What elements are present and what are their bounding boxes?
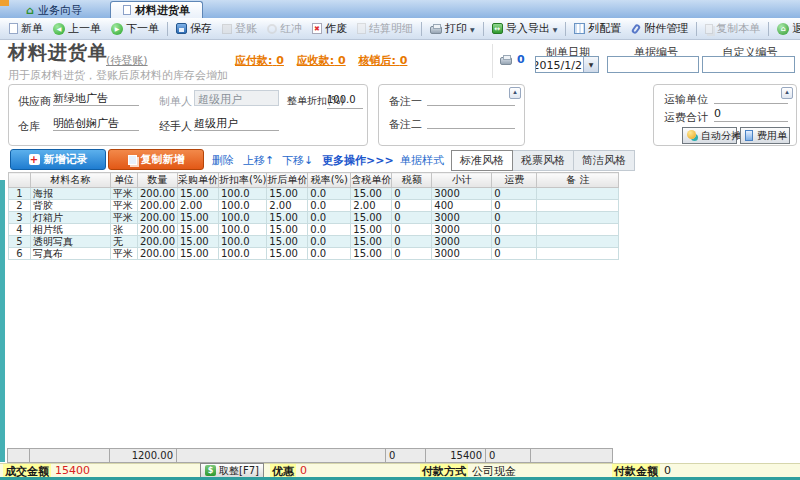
table-cell[interactable]: 200.00 (138, 200, 178, 212)
table-cell[interactable]: 15.00 (351, 236, 392, 248)
row-number-cell[interactable]: 2 (9, 200, 31, 212)
table-cell[interactable]: 15.00 (267, 212, 308, 224)
toolbar-button-void[interactable]: 作废 (308, 20, 351, 37)
table-cell[interactable]: 15.00 (351, 212, 392, 224)
table-cell[interactable]: 0.0 (308, 236, 351, 248)
table-cell[interactable] (537, 188, 619, 200)
table-cell[interactable]: 0.0 (308, 188, 351, 200)
table-cell[interactable]: 相片纸 (31, 224, 111, 236)
table-cell[interactable]: 背胶 (31, 200, 111, 212)
table-cell[interactable]: 0 (492, 236, 537, 248)
table-cell[interactable]: 15.00 (351, 248, 392, 260)
table-cell[interactable]: 100.0 (219, 212, 267, 224)
toolbar-button-import-export[interactable]: 导入导出 (488, 20, 562, 37)
table-cell[interactable]: 2.00 (267, 200, 308, 212)
table-cell[interactable]: 15.00 (178, 188, 219, 200)
remark1-field[interactable] (427, 91, 515, 106)
table-cell[interactable]: 透明写真 (31, 236, 111, 248)
discount-field[interactable]: 100.0 (327, 91, 363, 109)
warehouse-field[interactable]: 明皓创娴广告 (53, 116, 139, 131)
doc-number-input[interactable] (607, 56, 699, 73)
table-cell[interactable]: 200.00 (138, 188, 178, 200)
move-up-link[interactable]: 上移↑ (243, 153, 274, 168)
toolbar-button-next[interactable]: 下一单 (107, 20, 163, 37)
add-record-button[interactable]: 新增记录 (10, 149, 106, 170)
table-cell[interactable]: 灯箱片 (31, 212, 111, 224)
table-cell[interactable]: 0 (392, 188, 432, 200)
table-cell[interactable]: 3000 (432, 236, 492, 248)
supplier-field[interactable]: 新绿地广告 (53, 91, 139, 106)
table-cell[interactable] (537, 212, 619, 224)
table-cell[interactable]: 3000 (432, 212, 492, 224)
toolbar-button-exit[interactable]: 退出 (773, 20, 800, 37)
table-cell[interactable]: 15.00 (267, 224, 308, 236)
table-cell[interactable]: 0 (392, 248, 432, 260)
table-cell[interactable]: 0 (392, 212, 432, 224)
window-tab-1[interactable]: 材料进货单 (110, 1, 203, 18)
receivable-balance[interactable]: 应收款: 0 (297, 54, 346, 67)
toolbar-button-print[interactable]: 打印 (426, 20, 479, 37)
table-cell[interactable]: 100.0 (219, 224, 267, 236)
style-tab-0[interactable]: 标准风格 (451, 150, 513, 171)
toolbar-button-new-doc[interactable]: 新单 (5, 20, 47, 37)
style-tab-2[interactable]: 简洁风格 (573, 150, 635, 171)
table-cell[interactable]: 平米 (111, 248, 138, 260)
table-cell[interactable]: 100.0 (219, 236, 267, 248)
table-cell[interactable]: 400 (432, 200, 492, 212)
row-number-cell[interactable]: 3 (9, 212, 31, 224)
expense-button[interactable]: 费用单 (740, 127, 790, 144)
collapse-freight-icon[interactable] (781, 87, 793, 99)
auto-allocate-button[interactable]: 自动分摊 (682, 127, 737, 144)
custom-number-input[interactable] (702, 56, 795, 73)
table-cell[interactable]: 200.00 (138, 224, 178, 236)
table-cell[interactable]: 15.00 (178, 212, 219, 224)
row-number-cell[interactable]: 5 (9, 236, 31, 248)
table-cell[interactable] (537, 224, 619, 236)
table-cell[interactable]: 0 (492, 188, 537, 200)
payable-balance[interactable]: 应付款: 0 (235, 54, 284, 67)
table-cell[interactable]: 100.0 (219, 248, 267, 260)
more-operations-link[interactable]: 更多操作>>> (322, 153, 394, 168)
toolbar-button-paperclip[interactable]: 附件管理 (627, 20, 692, 37)
table-cell[interactable]: 3000 (432, 248, 492, 260)
table-cell[interactable]: 200.00 (138, 248, 178, 260)
table-cell[interactable]: 3000 (432, 188, 492, 200)
table-cell[interactable]: 海报 (31, 188, 111, 200)
table-cell[interactable]: 15.00 (178, 248, 219, 260)
handler-field[interactable]: 超级用户 (194, 116, 279, 131)
table-cell[interactable]: 0 (492, 212, 537, 224)
table-cell[interactable]: 3000 (432, 224, 492, 236)
move-down-link[interactable]: 下移↓ (282, 153, 313, 168)
table-cell[interactable]: 2.00 (351, 200, 392, 212)
table-cell[interactable]: 0.0 (308, 224, 351, 236)
window-tab-0[interactable]: 业务向导 (14, 3, 94, 18)
table-cell[interactable]: 0.0 (308, 200, 351, 212)
table-cell[interactable]: 15.00 (178, 224, 219, 236)
table-cell[interactable]: 15.00 (351, 188, 392, 200)
toolbar-button-columns[interactable]: 列配置 (570, 20, 625, 37)
freight-total-field[interactable]: 0 (714, 107, 788, 122)
table-cell[interactable]: 2.00 (178, 200, 219, 212)
row-number-cell[interactable]: 4 (9, 224, 31, 236)
table-cell[interactable]: 平米 (111, 200, 138, 212)
row-number-cell[interactable]: 6 (9, 248, 31, 260)
writeoff-balance[interactable]: 核销后: 0 (359, 54, 408, 67)
table-cell[interactable]: 张 (111, 224, 138, 236)
table-cell[interactable]: 15.00 (267, 188, 308, 200)
table-cell[interactable]: 100.0 (219, 188, 267, 200)
table-cell[interactable]: 15.00 (178, 236, 219, 248)
table-cell[interactable]: 15.00 (351, 224, 392, 236)
table-cell[interactable]: 无 (111, 236, 138, 248)
table-cell[interactable]: 平米 (111, 212, 138, 224)
style-tab-1[interactable]: 税票风格 (512, 150, 574, 171)
order-date-input[interactable]: 2015/1/2 (535, 56, 599, 73)
table-cell[interactable]: 15.00 (267, 236, 308, 248)
toolbar-button-prev[interactable]: 上一单 (49, 20, 105, 37)
table-cell[interactable]: 0 (392, 200, 432, 212)
print-count[interactable]: 0 (500, 53, 525, 66)
table-cell[interactable] (537, 236, 619, 248)
delete-link[interactable]: 删除 (212, 153, 234, 168)
table-cell[interactable]: 0.0 (308, 212, 351, 224)
table-cell[interactable]: 15.00 (267, 248, 308, 260)
toolbar-button-save[interactable]: 保存 (172, 20, 216, 37)
